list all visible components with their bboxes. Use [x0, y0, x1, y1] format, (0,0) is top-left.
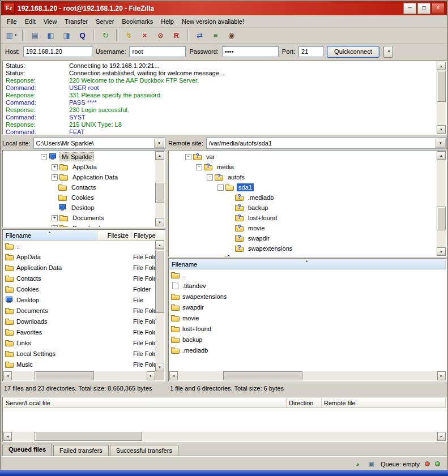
- scroll-down-button[interactable]: ▼: [437, 247, 446, 256]
- encryption-status-icon[interactable]: ▣: [367, 460, 376, 468]
- collapse-minus-icon[interactable]: -: [41, 154, 47, 160]
- scroll-up-button[interactable]: ▲: [437, 151, 446, 160]
- menu-item-edit[interactable]: Edit: [21, 16, 40, 27]
- collapse-minus-icon[interactable]: -: [207, 174, 213, 181]
- find-files-button[interactable]: ◉: [224, 29, 239, 41]
- expand-plus-icon[interactable]: +: [52, 215, 58, 221]
- expand-plus-icon[interactable]: +: [52, 225, 58, 228]
- scroll-up-button[interactable]: ▲: [155, 151, 164, 160]
- cancel-operation-button[interactable]: ×: [137, 29, 152, 41]
- scroll-left-button[interactable]: ◄: [169, 371, 178, 380]
- menu-item-help[interactable]: Help: [157, 16, 178, 27]
- file-row-titandev[interactable]: .titandev: [169, 280, 446, 291]
- scroll-up-button[interactable]: ▲: [155, 241, 164, 249]
- scroll-down-button[interactable]: ▼: [155, 363, 164, 371]
- disconnect-button[interactable]: ⊗: [153, 29, 168, 41]
- scroll-right-button[interactable]: ►: [437, 371, 446, 380]
- file-row-appdata[interactable]: AppDataFile Folder: [3, 251, 155, 262]
- directory-comparison-button[interactable]: ⇄: [192, 29, 207, 41]
- tree-item-swapextensions[interactable]: ?swapextensions: [170, 243, 436, 254]
- tree-item-documents[interactable]: +Documents: [4, 213, 155, 223]
- quickconnect-dropdown-button[interactable]: ▼: [383, 46, 393, 58]
- queue-hscrollbar[interactable]: ◄ ►: [3, 432, 446, 441]
- file-row-swapextensions[interactable]: swapextensions: [169, 291, 446, 302]
- toggle-remote-tree-button[interactable]: ◨: [59, 29, 74, 41]
- scrollbar-thumb[interactable]: [155, 183, 164, 203]
- tree-item-movie[interactable]: ?movie: [170, 223, 436, 233]
- file-row-swapdir[interactable]: swapdir: [169, 302, 446, 312]
- tree-item-media[interactable]: -?media: [170, 162, 436, 172]
- tree-item-downloads[interactable]: +Downloads: [4, 223, 155, 227]
- local-tree-scrollbar[interactable]: ▲ ▼: [155, 151, 164, 226]
- menu-item-server[interactable]: Server: [92, 16, 118, 27]
- scroll-right-button[interactable]: ►: [147, 371, 155, 380]
- collapse-minus-icon[interactable]: -: [217, 185, 224, 191]
- file-row-lost-found[interactable]: lost+found: [169, 323, 446, 334]
- refresh-button[interactable]: ↻: [98, 29, 113, 41]
- scroll-left-button[interactable]: ◄: [3, 371, 12, 380]
- scroll-right-button[interactable]: ►: [437, 432, 446, 441]
- file-row-links[interactable]: LinksFile Folder: [3, 337, 155, 348]
- tree-item-appdata[interactable]: +AppData: [4, 162, 155, 172]
- column-header-remote-file[interactable]: Remote file: [322, 398, 446, 408]
- username-input[interactable]: [129, 46, 186, 57]
- menu-item-file[interactable]: File: [3, 16, 21, 27]
- file-row-backup[interactable]: backup: [169, 334, 446, 345]
- tree-item-desktop[interactable]: Desktop: [4, 203, 155, 213]
- tree-item-application-data[interactable]: +Application Data: [4, 172, 155, 182]
- remote-site-combobox[interactable]: /var/media/autofs/sda1 ▼: [206, 138, 447, 149]
- toggle-local-tree-button[interactable]: ◧: [43, 29, 58, 41]
- local-list-hscrollbar[interactable]: ◄ ►: [3, 371, 155, 380]
- scroll-left-button[interactable]: ◄: [3, 432, 12, 441]
- tree-item-sda1[interactable]: -sda1: [170, 182, 436, 192]
- file-row-item[interactable]: ..: [3, 241, 155, 251]
- tree-item-autofs[interactable]: -?autofs: [170, 172, 436, 182]
- tree-item-contacts[interactable]: Contacts: [4, 182, 155, 192]
- column-header-filename[interactable]: Filename▲: [169, 259, 446, 269]
- file-row-contacts[interactable]: ContactsFile Folder: [3, 273, 155, 284]
- column-header-filesize[interactable]: Filesize: [97, 230, 131, 241]
- toggle-message-log-button[interactable]: ▤: [27, 29, 42, 41]
- file-row-movie[interactable]: movie: [169, 312, 446, 323]
- file-row-documents[interactable]: DocumentsFile Folder: [3, 305, 155, 316]
- menu-item-bookmarks[interactable]: Bookmarks: [118, 16, 157, 27]
- collapse-minus-icon[interactable]: -: [185, 154, 191, 160]
- titlebar[interactable]: Fz 192.168.1.20 - root@192.168.1.20 - Fi…: [1, 1, 447, 15]
- expand-plus-icon[interactable]: +: [52, 164, 58, 170]
- scrollbar-thumb[interactable]: [35, 371, 94, 380]
- tab-successful-transfers[interactable]: Successful transfers: [110, 445, 178, 456]
- password-input[interactable]: [222, 46, 279, 57]
- combo-dropdown-icon[interactable]: ▼: [436, 139, 446, 148]
- speed-limit-icon[interactable]: ◕: [353, 460, 362, 468]
- tab-queued-files[interactable]: Queued files: [2, 444, 52, 456]
- close-button[interactable]: ×: [432, 3, 445, 14]
- scrollbar-thumb[interactable]: [223, 371, 302, 380]
- file-row-desktop[interactable]: DesktopFile: [3, 294, 155, 305]
- tree-item-mediadb[interactable]: ?.mediadb: [170, 192, 436, 203]
- tree-item-backup[interactable]: ?backup: [170, 203, 436, 213]
- tree-item-cookies[interactable]: Cookies: [4, 192, 155, 203]
- scrollbar-thumb[interactable]: [155, 250, 164, 313]
- tree-item-mr-sparkle[interactable]: -Mr Sparkle: [4, 152, 155, 162]
- file-row-local-settings[interactable]: Local SettingsFile Folder: [3, 348, 155, 359]
- file-row-item[interactable]: ..: [169, 269, 446, 280]
- column-header-server-local-file[interactable]: Server/Local file: [3, 398, 287, 408]
- maximize-button[interactable]: □: [417, 3, 430, 14]
- scroll-up-button[interactable]: ▲: [437, 62, 446, 70]
- message-log-scrollbar[interactable]: ▲ ▼: [437, 62, 446, 134]
- port-input[interactable]: [298, 46, 323, 57]
- host-input[interactable]: [23, 46, 92, 57]
- scroll-down-button[interactable]: ▼: [437, 125, 446, 134]
- column-header-filename[interactable]: Filename▲: [3, 230, 97, 241]
- synchronized-browsing-button[interactable]: ≡: [208, 29, 223, 41]
- file-row-downloads[interactable]: DownloadsFile Folder: [3, 316, 155, 327]
- column-header-filetype[interactable]: Filetype: [131, 230, 164, 241]
- remote-list-hscrollbar[interactable]: ◄ ►: [169, 371, 446, 380]
- collapse-minus-icon[interactable]: -: [196, 164, 202, 170]
- file-row-mediadb[interactable]: .mediadb: [169, 345, 446, 355]
- local-list-vscrollbar[interactable]: ▲ ▼: [155, 241, 164, 371]
- file-row-cookies[interactable]: CookiesFolder: [3, 284, 155, 294]
- minimize-button[interactable]: ─: [403, 3, 416, 14]
- toggle-transfer-queue-button[interactable]: Q: [75, 29, 90, 41]
- file-row-favorites[interactable]: FavoritesFile Folder: [3, 327, 155, 337]
